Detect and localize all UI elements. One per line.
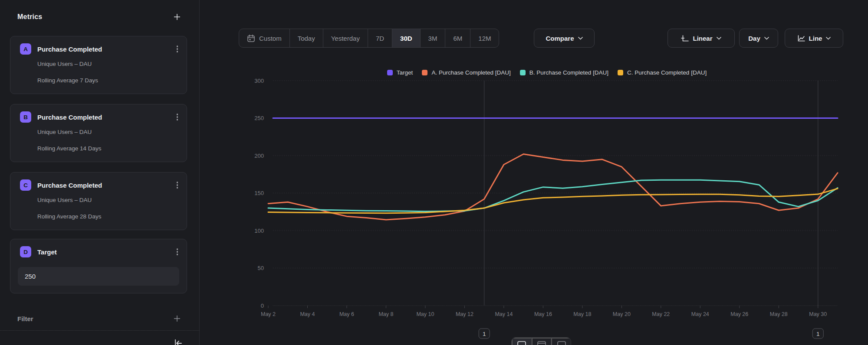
x-tick-label: May 10 <box>416 311 434 317</box>
y-tick-label: 200 <box>254 153 264 159</box>
annotation-badge[interactable]: 1 <box>479 329 490 338</box>
x-tick-label: May 26 <box>730 311 748 317</box>
view-toggle-group <box>511 337 571 345</box>
view-toggle-table[interactable] <box>551 338 571 345</box>
x-tick-label: May 12 <box>456 311 473 317</box>
x-tick-label: May 28 <box>770 311 788 317</box>
x-tick-label: May 16 <box>534 311 552 317</box>
chart-view-icon <box>517 341 526 345</box>
annotation-badge[interactable]: 1 <box>812 329 823 338</box>
x-tick-label: May 22 <box>652 311 670 317</box>
table-view-icon <box>557 341 566 345</box>
x-tick-label: May 6 <box>339 311 354 317</box>
line-chart: 050100150200250300May 2May 4May 6May 8Ma… <box>0 0 868 345</box>
x-tick-label: May 14 <box>495 311 513 317</box>
annotation-badge-label: 1 <box>483 331 486 337</box>
y-tick-label: 300 <box>254 78 264 84</box>
y-tick-label: 0 <box>261 303 264 309</box>
view-toggle-chart[interactable] <box>512 338 532 345</box>
view-toggle-split[interactable] <box>532 338 552 345</box>
x-tick-label: May 24 <box>691 311 709 317</box>
split-view-icon <box>537 341 546 345</box>
x-tick-label: May 8 <box>378 311 393 317</box>
y-tick-label: 250 <box>254 115 264 121</box>
annotation-badge-label: 1 <box>816 331 820 337</box>
y-tick-label: 150 <box>254 190 264 196</box>
series-line-3 <box>268 189 838 213</box>
x-tick-label: May 2 <box>261 311 276 317</box>
x-tick-label: May 18 <box>573 311 591 317</box>
y-tick-label: 50 <box>258 265 264 271</box>
x-tick-label: May 4 <box>300 311 315 317</box>
x-tick-label: May 20 <box>613 311 631 317</box>
y-tick-label: 100 <box>254 228 264 234</box>
x-tick-label: May 30 <box>809 311 827 317</box>
